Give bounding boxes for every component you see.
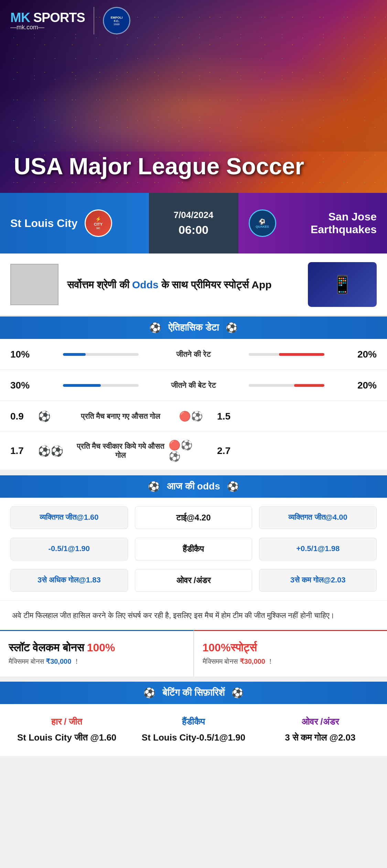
odds-title: आज की odds — [167, 481, 220, 492]
bet-type-ou: ओवर /अंडर — [264, 716, 377, 727]
promo-image-placeholder — [10, 264, 58, 305]
odds-handicap-right[interactable]: +0.5/1@1.98 — [259, 538, 377, 560]
bet-rate-right-val: 20% — [349, 380, 377, 391]
odds-ou-under[interactable]: 3से कम गोल@2.03 — [259, 569, 377, 592]
bet-type-handicap: हैंडीकैप — [137, 716, 250, 727]
team-away-name: San Jose Earthquakes — [283, 210, 377, 236]
odds-section: ⚽ आज की odds ⚽ व्यक्तिगत जीत@1.60 टाई@4.… — [0, 475, 387, 600]
bonus-sports-subtitle: मैक्सिमम बोनस ₹30,000 ！ — [203, 657, 379, 666]
goals-scored-right-val: 1.5 — [203, 411, 230, 422]
bonus-sports-amount: ₹30,000 — [240, 658, 265, 665]
notice-content: अवे टीम फिलहाल जीत हासिल करने के लिए संघ… — [12, 611, 335, 620]
bet-value-ou: 3 से कम गोल @2.03 — [264, 731, 377, 744]
empoli-badge: EMPOLI F.C. 1920 — [103, 7, 130, 34]
bet-section-header: ⚽ बेटिंग की सिफ़ारिशें ⚽ — [0, 682, 387, 704]
promo-highlight: Odds — [132, 279, 159, 290]
historical-title: ऐतिहासिक डेटा — [168, 322, 219, 333]
player-silhouette — [0, 41, 387, 152]
team-home-logo-text: ⚡ CITY SC — [94, 216, 103, 230]
odds-grid-container: व्यक्तिगत जीत@1.60 टाई@4.20 व्यक्तिगत जी… — [0, 498, 387, 600]
bar-fill-blue-2 — [63, 384, 101, 387]
odds-handicap-label: हैंडीकैप — [135, 538, 252, 560]
match-center: 7/04/2024 06:00 — [149, 193, 238, 254]
mk-brand: MK SPORTS —mk.com— — [10, 10, 85, 31]
bet-type-win: हार / जीत — [10, 716, 123, 727]
promo-main-text: सर्वोत्तम श्रेणी की Odds के साथ प्रीमियर… — [67, 278, 299, 291]
bet-card-handicap: हैंडीकैप St Louis City-0.5/1@1.90 — [133, 713, 253, 747]
bet-rate-label: जीतने की बेट रेट — [146, 381, 242, 390]
bonus-slots-title: स्लॉट वेलकम बोनस 100% — [9, 641, 185, 654]
odds-ou-over[interactable]: 3से अधिक गोल@1.83 — [10, 569, 128, 592]
bet-rate-bar-right — [249, 384, 350, 387]
ball-icon-1: ⚽ — [38, 410, 51, 422]
bet-value-win: St Louis City जीत @1.60 — [10, 731, 123, 744]
bet-section-title: बेटिंग की सिफ़ारिशें — [162, 687, 225, 699]
bar-track-right-2 — [249, 384, 324, 387]
odds-soccer-icon-left: ⚽ — [148, 481, 160, 492]
bet-soccer-icon-left: ⚽ — [143, 687, 155, 699]
bonus-sports-title: 100%स्पोर्ट्स — [203, 641, 379, 654]
bonus-sports[interactable]: 100%स्पोर्ट्स मैक्सिमम बोनस ₹30,000 ！ — [194, 630, 387, 676]
bet-rate-left-val: 30% — [10, 380, 38, 391]
bet-rate-bar-left — [38, 384, 139, 387]
stat-row-goals-conceded: 1.7 ⚽⚽ प्रति मैच स्वीकार किये गये औसत गो… — [0, 432, 387, 470]
bonus-sports-pct: 100% — [203, 641, 231, 654]
logo-divider — [94, 7, 94, 34]
win-rate-bar-left — [38, 353, 139, 356]
mk-logo-text: MK SPORTS — [10, 10, 85, 25]
bonus-slots-pct: 100% — [87, 641, 115, 654]
stats-section: 10% जीतने की रेट 20% 30% जीतने की बेट रे… — [0, 339, 387, 470]
team-away-logo: ⚽ QUAKES — [249, 209, 276, 237]
soccer-icon-right: ⚽ — [226, 322, 238, 333]
odds-soccer-icon-right: ⚽ — [227, 481, 239, 492]
soccer-players-visual — [0, 31, 387, 152]
hero-logo: MK SPORTS —mk.com— EMPOLI F.C. 1920 — [10, 7, 130, 34]
win-rate-label: जीतने की रेट — [146, 350, 242, 359]
bar-fill-red-2 — [294, 384, 324, 387]
soccer-icon-left: ⚽ — [149, 322, 161, 333]
goals-conceded-icons-left: ⚽⚽ — [38, 445, 72, 457]
match-header: St Louis City ⚡ CITY SC 7/04/2024 06:00 … — [0, 193, 387, 254]
ball-icon-red-2: 🔴⚽⚽ — [169, 440, 203, 462]
mk-url: —mk.com— — [10, 24, 85, 31]
goals-conceded-right-val: 2.7 — [203, 445, 230, 456]
ball-icon-2: ⚽⚽ — [38, 445, 63, 457]
bonus-slots-subtitle: मैक्सिमम बोनस ₹30,000 ！ — [9, 657, 185, 666]
stat-row-win-rate: 10% जीतने की रेट 20% — [0, 339, 387, 370]
team-home-section: St Louis City ⚡ CITY SC — [0, 193, 149, 254]
betting-recommendations: ⚽ बेटिंग की सिफ़ारिशें ⚽ हार / जीत St Lo… — [0, 682, 387, 756]
odds-handicap-left[interactable]: -0.5/1@1.90 — [10, 538, 128, 560]
goals-scored-left-val: 0.9 — [10, 411, 38, 422]
goals-conceded-icons-right: 🔴⚽⚽ — [169, 440, 203, 462]
stat-row-goals-scored: 0.9 ⚽ प्रति मैच बनाए गए औसत गोल 🔴⚽ 1.5 — [0, 401, 387, 432]
bet-value-handicap: St Louis City-0.5/1@1.90 — [137, 731, 250, 744]
match-time: 06:00 — [179, 223, 208, 237]
team-home-name: St Louis City — [10, 217, 78, 230]
match-date: 7/04/2024 — [174, 210, 214, 220]
odds-away-win[interactable]: व्यक्तिगत जीत@4.00 — [259, 506, 377, 529]
bet-grid: हार / जीत St Louis City जीत @1.60 हैंडीक… — [0, 704, 387, 756]
team-away-logo-text: ⚽ QUAKES — [256, 218, 269, 228]
bar-fill-blue-1 — [63, 353, 86, 356]
team-home-logo: ⚡ CITY SC — [85, 209, 112, 237]
win-rate-bar-right — [249, 353, 350, 356]
promo-banner: सर्वोत्तम श्रेणी की Odds के साथ प्रीमियर… — [0, 254, 387, 317]
odds-home-win[interactable]: व्यक्तिगत जीत@1.60 — [10, 506, 128, 529]
notice-text: अवे टीम फिलहाल जीत हासिल करने के लिए संघ… — [0, 600, 387, 630]
odds-section-header: ⚽ आज की odds ⚽ — [0, 475, 387, 498]
ball-icon-red-1: 🔴⚽ — [179, 411, 203, 422]
bonus-slots-amount: ₹30,000 — [46, 658, 71, 665]
odds-row-3: 3से अधिक गोल@1.83 ओवर /अंडर 3से कम गोल@2… — [9, 567, 378, 593]
goals-conceded-left-val: 1.7 — [10, 445, 38, 456]
promo-app-image: 📱 — [308, 262, 377, 307]
hero-title: USA Major League Soccer — [14, 153, 304, 179]
bonus-slots[interactable]: स्लॉट वेलकम बोनस 100% मैक्सिमम बोनस ₹30,… — [0, 630, 194, 676]
empoli-text: EMPOLI F.C. 1920 — [111, 16, 123, 26]
odds-tie[interactable]: टाई@4.20 — [135, 506, 252, 529]
phone-icon: 📱 — [332, 275, 353, 294]
goals-scored-icons-right: 🔴⚽ — [169, 411, 203, 422]
win-rate-left-val: 10% — [10, 349, 38, 360]
bar-track-left-1 — [63, 353, 139, 356]
team-away-section: ⚽ QUAKES San Jose Earthquakes — [238, 193, 387, 254]
bonus-section: स्लॉट वेलकम बोनस 100% मैक्सिमम बोनस ₹30,… — [0, 630, 387, 676]
